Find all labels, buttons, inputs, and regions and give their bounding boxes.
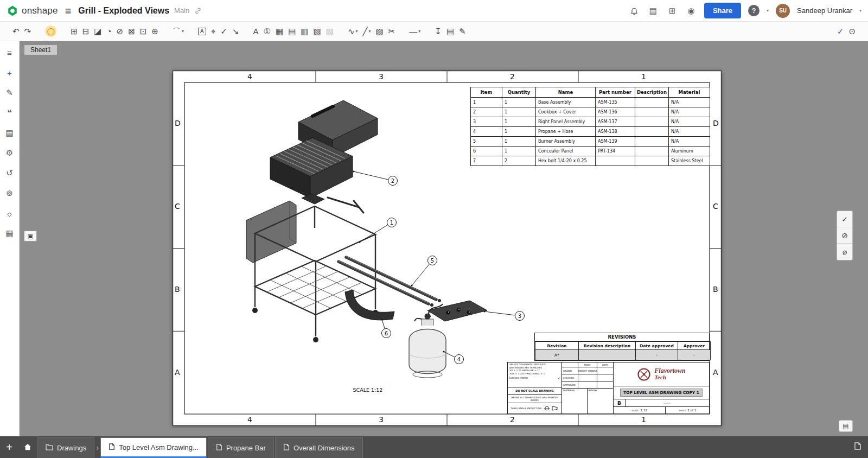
bom-row[interactable]: 21Cookbox + CoverASM-136N/A bbox=[471, 107, 710, 117]
hide-show-button[interactable]: ⊘ bbox=[837, 227, 852, 244]
bom-row[interactable]: 51Burner AssemblyASM-139N/A bbox=[471, 137, 710, 147]
share-button[interactable]: Share bbox=[704, 3, 741, 18]
sheet-list-button[interactable]: ▤ bbox=[839, 420, 853, 432]
help-icon[interactable]: ? bbox=[748, 5, 760, 16]
logo-text: onshape bbox=[22, 5, 58, 16]
line-button[interactable]: ╱▾ bbox=[361, 26, 373, 37]
notes-icon[interactable]: ▤ bbox=[4, 127, 16, 139]
tab-overall-dimensions[interactable]: Overall Dimensions bbox=[275, 437, 363, 458]
auxiliary-view-button[interactable]: ◪ bbox=[92, 26, 104, 37]
redo-button[interactable]: ↷ bbox=[22, 26, 34, 37]
inspect-button[interactable]: ⊙ bbox=[846, 26, 858, 37]
bom-row[interactable]: 72Hex bolt 1/4-20 x 0.25Stainless Steel bbox=[471, 156, 710, 166]
learn-icon[interactable]: ☼ bbox=[4, 207, 16, 219]
comments-icon[interactable]: ❝ bbox=[4, 107, 16, 119]
projected-view-button[interactable]: ⊟ bbox=[80, 26, 92, 37]
sheets-icon[interactable]: ≡ bbox=[4, 47, 16, 59]
tab-drawings-folder[interactable]: Drawings bbox=[37, 437, 94, 458]
versions-icon[interactable]: ↺ bbox=[4, 167, 16, 179]
custom-features-icon[interactable]: ⚙ bbox=[4, 147, 16, 159]
detail-view-button[interactable]: ◔ bbox=[105, 26, 114, 37]
menu-icon[interactable]: ≡ bbox=[65, 5, 72, 16]
check-drawing-button[interactable]: ✓ bbox=[835, 26, 846, 37]
journal-icon[interactable]: ▤ bbox=[647, 5, 659, 17]
bom-table-button[interactable]: ▤ bbox=[286, 26, 298, 37]
hatch-button[interactable]: ▨ bbox=[374, 26, 386, 37]
drawing-title[interactable]: TOP LEVEL ASM DRAWING COPY 1 bbox=[620, 389, 702, 397]
follow-mode-icon[interactable]: + bbox=[4, 67, 16, 79]
balloon-button[interactable]: ① bbox=[261, 26, 273, 37]
section-view-button[interactable]: ⊘ bbox=[114, 26, 126, 37]
break-out-view-button[interactable]: ⊡ bbox=[138, 26, 149, 37]
bom-row[interactable]: 41Propane + HoseASM-138N/A bbox=[471, 127, 710, 137]
weld-table-button[interactable]: ▨ bbox=[324, 26, 336, 37]
sheet-export-button[interactable]: ↧ bbox=[432, 26, 444, 37]
drawing-canvas[interactable]: Sheet1 ▣ bbox=[20, 41, 868, 436]
title-block[interactable]: UNLESS OTHERWISE SPECIFIED:DIMENSIONS AR… bbox=[507, 362, 710, 414]
tab-propane-bar[interactable]: Propane Bar bbox=[208, 437, 274, 458]
sheet-tab[interactable]: Sheet1 bbox=[24, 44, 58, 55]
measure-button[interactable]: ⌀ bbox=[837, 244, 852, 260]
tab-label: Propane Bar bbox=[226, 444, 266, 452]
dimension-button[interactable]: ⌒▾ bbox=[170, 26, 186, 37]
balloon-5[interactable]: 5 bbox=[427, 256, 437, 265]
tables-icon[interactable]: ▦ bbox=[4, 227, 16, 239]
revision-value[interactable]: ---- bbox=[626, 399, 709, 406]
bom-row[interactable]: 31Right Panel AssemblyASM-137N/A bbox=[471, 117, 710, 127]
undo-button[interactable]: ↶ bbox=[10, 26, 22, 37]
crop-view-button[interactable]: ⊕ bbox=[149, 26, 161, 37]
new-tab-button[interactable]: + bbox=[0, 436, 18, 458]
integrations-icon[interactable]: ◉ bbox=[685, 5, 697, 17]
apps-icon[interactable]: ⊞ bbox=[666, 5, 678, 17]
tab-manager-icon[interactable] bbox=[854, 442, 861, 452]
revisions-table[interactable]: REVISIONS RevisionRevision descriptionDa… bbox=[534, 333, 710, 361]
search-icon[interactable]: ⊚ bbox=[4, 187, 16, 199]
tab-top-level-asm-drawing[interactable]: Top Level Asm Drawing... bbox=[100, 437, 207, 458]
weld-table-icon: ▨ bbox=[326, 27, 334, 35]
bom-row[interactable]: 61Concealer PanelPRT-134Aluminum bbox=[471, 147, 710, 156]
datum-icon: ⌖ bbox=[211, 27, 215, 35]
link-icon[interactable] bbox=[194, 7, 202, 15]
panel-toggle-button[interactable]: ▣ bbox=[24, 231, 37, 241]
text-button[interactable]: A bbox=[251, 26, 261, 37]
balloon-3[interactable]: 3 bbox=[515, 311, 525, 321]
branch-label[interactable]: Main bbox=[174, 7, 189, 15]
note-button[interactable]: A bbox=[196, 26, 208, 37]
bom-cell: ASM-135 bbox=[596, 98, 635, 107]
centerline-button[interactable]: ∿▾ bbox=[346, 26, 360, 37]
validate-button[interactable]: ✓ bbox=[837, 211, 852, 227]
table-button[interactable]: ▦ bbox=[273, 26, 285, 37]
zone-column-label: 1 bbox=[641, 415, 646, 424]
surface-finish-button[interactable]: ↘ bbox=[230, 26, 241, 37]
bom-table-grid[interactable]: ItemQuantityNamePart numberDescriptionMa… bbox=[470, 87, 710, 166]
bom-table[interactable]: ItemQuantityNamePart numberDescriptionMa… bbox=[470, 87, 710, 166]
onshape-logo[interactable]: onshape bbox=[7, 5, 58, 17]
home-tab-button[interactable] bbox=[18, 436, 37, 458]
style-highlight-button[interactable]: ◯ bbox=[43, 24, 59, 39]
bom-row[interactable]: 11Base AssemblyASM-135N/A bbox=[471, 98, 710, 107]
insert-view-button[interactable]: ⊞ bbox=[68, 26, 80, 37]
balloon-2[interactable]: 2 bbox=[388, 176, 398, 186]
hole-table-button[interactable]: ▥ bbox=[298, 26, 310, 37]
help-caret-icon[interactable]: ▾ bbox=[767, 8, 769, 13]
checkmark-annotation-button[interactable]: ✓ bbox=[218, 26, 229, 37]
signoff-date bbox=[597, 374, 613, 381]
trim-button[interactable]: ✂ bbox=[386, 26, 398, 37]
appearance-icon[interactable]: ✎ bbox=[4, 87, 16, 99]
drawing-sheet[interactable]: ItemQuantityNamePart numberDescriptionMa… bbox=[173, 71, 722, 426]
sheet-settings-button[interactable]: ▤ bbox=[444, 26, 456, 37]
balloon-6[interactable]: 6 bbox=[381, 328, 391, 338]
balloon-4[interactable]: 4 bbox=[454, 354, 464, 364]
avatar[interactable]: SU bbox=[776, 4, 790, 18]
edit-sheet-button[interactable]: ✎ bbox=[457, 26, 468, 37]
notifications-bell-icon[interactable] bbox=[628, 5, 640, 17]
user-menu-caret-icon[interactable]: ▾ bbox=[859, 8, 861, 13]
datum-button[interactable]: ⌖ bbox=[209, 26, 218, 37]
checkmark-annotation-icon: ✓ bbox=[220, 27, 227, 35]
broken-view-button[interactable]: ⊠ bbox=[126, 26, 137, 37]
line-style-button[interactable]: —▾ bbox=[407, 26, 423, 37]
revision-table-button[interactable]: ▧ bbox=[311, 26, 323, 37]
exploded-grill-view[interactable] bbox=[246, 100, 487, 378]
revisions-row[interactable]: A*-- bbox=[535, 350, 711, 360]
balloon-1[interactable]: 1 bbox=[387, 218, 397, 227]
